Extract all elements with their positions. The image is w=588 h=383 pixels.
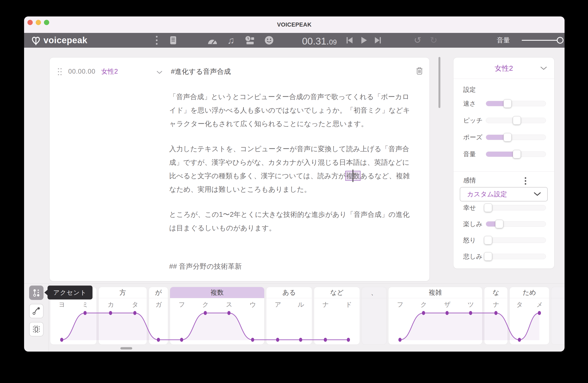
- accent-card-word[interactable]: 複雑: [388, 287, 482, 298]
- mora-label: ク: [420, 301, 428, 308]
- slider-knob[interactable]: [513, 150, 521, 158]
- slider-label: 怒り: [463, 236, 476, 245]
- slider-label: ピッチ: [463, 116, 483, 125]
- voice-settings-panel: 女性2 設定 速さピッチポーズ音量 感情 カスタム設定 幸せ楽しみ怒り悲しみ: [453, 57, 554, 269]
- paragraph[interactable]: 入力したテキストを、コンピューターが音声に変換して読み上げる「音声合成」ですが、…: [169, 142, 417, 196]
- accent-card-word[interactable]: ある: [266, 287, 312, 298]
- pitch-tool-button[interactable]: [29, 304, 43, 318]
- text-block-card: 00.00.00 女性2 #進化する音声合成 「音声合成」というとコンピューター…: [49, 57, 430, 281]
- script-document-icon[interactable]: [169, 33, 177, 48]
- accent-card-word[interactable]: な: [484, 287, 507, 298]
- redo-icon[interactable]: ↻: [428, 33, 439, 48]
- emotion-section-title: 感情: [463, 176, 476, 185]
- time-frames: 09: [329, 38, 337, 46]
- skip-to-start-button[interactable]: [346, 33, 354, 48]
- accent-word-card[interactable]: などナド: [314, 287, 360, 345]
- slider-knob[interactable]: [484, 204, 492, 212]
- slider-track[interactable]: [486, 237, 546, 243]
- selection-tool-button[interactable]: [29, 322, 43, 336]
- paragraph[interactable]: ところが、この1〜2年とくに大きな技術的な進歩があり「音声合成」の進化は目まぐる…: [169, 208, 417, 235]
- mora-label: ザ: [443, 301, 452, 308]
- panel-divider: [453, 79, 554, 79]
- time-main: 00.31.: [302, 36, 329, 47]
- mora-label: ガ: [154, 301, 163, 308]
- mora-label: ウ: [249, 301, 257, 308]
- accent-card-word[interactable]: が: [149, 287, 168, 298]
- accent-card-word[interactable]: 複数: [170, 287, 264, 298]
- pitch-curve-icon: [32, 306, 41, 316]
- window-title: VOICEPEAK: [24, 17, 565, 33]
- slider-label: 悲しみ: [463, 252, 483, 261]
- slider-label: 楽しみ: [463, 220, 483, 228]
- accent-tooltip: アクセント: [47, 286, 92, 300]
- title-bar: VOICEPEAK: [24, 17, 565, 33]
- mora-label: ス: [225, 301, 233, 308]
- paragraph[interactable]: ## 音声分野の技術革新: [169, 260, 417, 273]
- slider-track[interactable]: [486, 205, 546, 211]
- mora-label: カ: [107, 301, 115, 308]
- undo-icon[interactable]: ↺: [412, 33, 423, 48]
- mora-label: メ: [535, 301, 544, 308]
- emotion-smiley-icon[interactable]: [264, 33, 274, 48]
- accent-word-card[interactable]: 複雑フクザツ: [388, 287, 483, 345]
- selection-icon: [32, 325, 41, 334]
- slider-knob[interactable]: [504, 133, 512, 141]
- accent-card-word[interactable]: 、: [551, 287, 565, 298]
- preset-chevron-down-icon: [534, 192, 541, 196]
- accent-word-card[interactable]: がガ: [149, 287, 168, 345]
- accent-card-word[interactable]: 、: [362, 287, 386, 298]
- panel-divider-2: [453, 172, 554, 172]
- slider-knob[interactable]: [504, 99, 512, 108]
- volume-slider-knob[interactable]: [557, 37, 564, 44]
- emotion-preset-value: カスタム設定: [467, 188, 507, 201]
- accent-tool-button[interactable]: [29, 286, 43, 300]
- mora-label: ア: [274, 301, 282, 308]
- slider-track[interactable]: [486, 101, 546, 106]
- accent-word-card[interactable]: 複数フクスウ: [170, 287, 264, 345]
- accent-pause-card[interactable]: 、: [551, 287, 565, 345]
- play-button[interactable]: [360, 33, 368, 48]
- slider-track[interactable]: [486, 134, 546, 140]
- slider-knob[interactable]: [484, 236, 492, 245]
- music-note-icon[interactable]: ♫: [226, 33, 236, 48]
- emotion-preset-dropdown[interactable]: カスタム設定: [460, 187, 548, 201]
- accent-word-card[interactable]: なナ: [484, 287, 508, 345]
- accent-horizontal-scrollbar[interactable]: [120, 347, 132, 349]
- panel-voice-chevron-down-icon[interactable]: [540, 66, 547, 70]
- editor-vertical-scrollbar[interactable]: [439, 57, 440, 108]
- mora-label: ツ: [466, 301, 475, 308]
- accent-card-word[interactable]: など: [314, 287, 360, 298]
- accent-word-card[interactable]: あるアル: [266, 287, 312, 345]
- text-caret: [353, 170, 353, 182]
- emotion-kebab-menu-icon[interactable]: [525, 177, 526, 185]
- accent-card-word[interactable]: 方: [99, 287, 147, 298]
- accent-word-card[interactable]: 方カタ: [98, 287, 147, 345]
- pause-length-icon[interactable]: [245, 33, 255, 48]
- slider-knob[interactable]: [495, 220, 503, 228]
- accent-word-card[interactable]: ためタメ: [509, 287, 549, 345]
- panel-voice-name[interactable]: 女性2: [453, 63, 554, 73]
- selected-word[interactable]: 複数: [345, 171, 360, 181]
- toolbar: voicepeak ♫: [24, 33, 565, 48]
- slider-track[interactable]: [486, 254, 546, 259]
- app-name: voicepeak: [43, 33, 87, 48]
- skip-to-end-button[interactable]: [374, 33, 382, 48]
- mora-label: ル: [297, 301, 305, 308]
- settings-section-title: 設定: [463, 85, 476, 94]
- transcript[interactable]: 「音声合成」というとコンピューター合成の音声で歌ってくれる「ボーカロイド」を思い…: [50, 57, 429, 281]
- mora-label: ナ: [321, 301, 330, 308]
- volume-slider-track[interactable]: [522, 40, 557, 41]
- menu-kebab-icon[interactable]: [153, 33, 160, 48]
- slider-track[interactable]: [486, 221, 546, 227]
- mora-label: タ: [515, 301, 524, 308]
- voicepeak-logo-icon: [30, 33, 42, 48]
- slider-knob[interactable]: [513, 116, 521, 125]
- mora-label: ド: [344, 301, 353, 308]
- accent-card-word[interactable]: ため: [510, 287, 549, 298]
- mora-label: フ: [396, 301, 404, 308]
- speed-gauge-icon[interactable]: [207, 33, 218, 48]
- accent-pause-card[interactable]: 、: [362, 287, 386, 345]
- paragraph[interactable]: 「音声合成」というとコンピューター合成の音声で歌ってくれる「ボーカロイド」を思い…: [169, 90, 417, 131]
- slider-label: 幸せ: [463, 204, 476, 212]
- slider-knob[interactable]: [484, 252, 492, 261]
